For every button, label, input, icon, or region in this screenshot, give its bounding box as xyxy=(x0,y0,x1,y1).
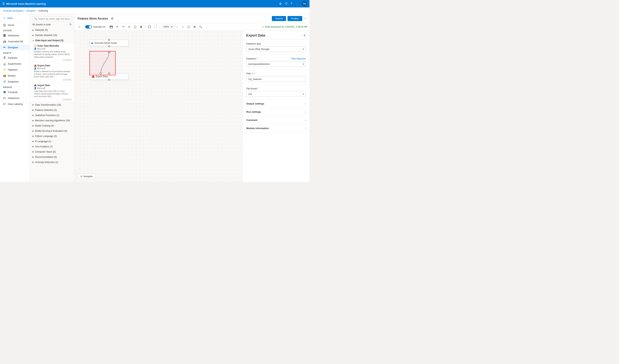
category-text-analytics[interactable]: ▶ Text Analytics (7) xyxy=(30,144,74,149)
category-ml-algorithms[interactable]: ▶ Machine Learning Algorithms (19) xyxy=(30,118,74,123)
sidebar-item-datasets[interactable]: 🗄 Datasets xyxy=(0,55,30,61)
automated-ml-icon: 🤖 xyxy=(3,40,6,43)
hamburger-icon[interactable]: ☰ xyxy=(2,2,5,6)
navigator-button[interactable]: ⊡ Navigator xyxy=(78,174,96,179)
sidebar-item-endpoints[interactable]: 🔗 Endpoints xyxy=(0,79,30,85)
help-icon[interactable]: ? xyxy=(291,2,292,5)
sidebar-item-automated-ml[interactable]: 🤖 Automated ML xyxy=(0,38,30,44)
sidebar-item-compute[interactable]: 💻 Compute xyxy=(0,89,30,95)
asset-import-data[interactable]: 📥 Import Data 👤 Microsoft Load data from… xyxy=(30,82,74,102)
layout-button[interactable]: ⊞ xyxy=(192,24,197,29)
asset-icon: 📤 xyxy=(34,64,37,67)
canvas-panel-row: ▶ Execute Python Script 📤 Export Data xyxy=(75,30,310,182)
sidebar-item-data-labeling[interactable]: 🏷 Data Labeling xyxy=(0,101,30,107)
category-model-scoring[interactable]: ▶ Model Scoring & Evaluation (6) xyxy=(30,128,74,134)
selection-box xyxy=(89,51,116,75)
user-icon[interactable]: 👤 xyxy=(295,2,299,6)
zoom-out-button[interactable]: − xyxy=(174,24,179,29)
publish-button[interactable]: Publish xyxy=(287,16,302,21)
asset-enter-data[interactable]: 📋 Enter Data Manually 👤 Microsoft Enable… xyxy=(30,43,74,63)
category-computer-vision[interactable]: ▶ Computer Vision (6) xyxy=(30,149,74,154)
datastore-select-wrap[interactable]: workspaceblobstore ▾ xyxy=(246,61,306,67)
chevron-right-icon: ▶ xyxy=(32,34,34,36)
datastore-select[interactable]: workspaceblobstore xyxy=(246,61,306,67)
path-input[interactable] xyxy=(246,76,306,82)
sidebar-item-experiments[interactable]: 🔬 Experiments xyxy=(0,61,30,67)
breadcrumb-workspace[interactable]: ml-studio-workspace xyxy=(3,10,24,12)
delete-button[interactable]: 🗑 xyxy=(139,24,144,29)
chevron-right-icon: ▶ xyxy=(32,125,34,127)
copy-button[interactable]: ⎘ xyxy=(127,24,132,29)
category-feature-selection[interactable]: ▶ Feature Selection (2) xyxy=(30,108,74,113)
category-python-language[interactable]: ▶ Python Language (2) xyxy=(30,134,74,139)
chevron-right-icon: ▶ xyxy=(32,156,34,158)
category-r-language[interactable]: ▶ R Language (1) xyxy=(30,139,74,144)
chevron-right-icon: ▶ xyxy=(32,104,34,106)
category-model-training[interactable]: ▶ Model Training (4) xyxy=(30,123,74,128)
file-format-select-wrap[interactable]: csv ▾ xyxy=(246,91,306,97)
comment-section[interactable]: Comment › xyxy=(243,116,310,124)
category-data-input-output[interactable]: ▼ Data Input and Output (3) xyxy=(30,38,74,43)
run-settings-section[interactable]: Run settings › xyxy=(243,108,310,116)
sidebar-item-notebooks[interactable]: 📓 Notebooks xyxy=(0,32,30,38)
redo-button[interactable]: ↷ xyxy=(121,24,126,29)
node-port-top[interactable] xyxy=(108,39,110,41)
datastore-type-select-wrap[interactable]: Azure Blob Storage ▾ xyxy=(246,46,306,52)
sidebar-item-designer[interactable]: ✏ Designer xyxy=(0,44,30,50)
new-datastore-link[interactable]: New datastore xyxy=(291,57,306,60)
pipeline-node-execute-python[interactable]: ▶ Execute Python Script xyxy=(89,40,129,46)
search-input[interactable] xyxy=(38,17,70,20)
zoom-fit-button[interactable]: ⬜ xyxy=(186,24,191,29)
datastore-type-select[interactable]: Azure Blob Storage xyxy=(246,46,306,52)
assets-section-label: Assets xyxy=(0,50,30,55)
required-star: * xyxy=(257,57,258,60)
assets-search-box[interactable]: 🔍 xyxy=(32,16,72,21)
paste-button[interactable]: 📋 xyxy=(133,24,138,29)
user-avatar[interactable]: SG xyxy=(302,1,307,6)
search-canvas-button[interactable]: 🔍 xyxy=(198,24,203,29)
category-sample-datasets[interactable]: ▶ Sample datasets (16) xyxy=(30,33,74,38)
category-recommendation[interactable]: ▶ Recommendation (5) xyxy=(30,154,74,160)
sidebar-item-models[interactable]: 📦 Models xyxy=(0,73,30,79)
breadcrumb-designer[interactable]: Designer xyxy=(27,10,35,12)
category-anomaly-detection[interactable]: ▶ Anomaly Detection (2) xyxy=(30,160,74,165)
more-options-icon[interactable]: ··· xyxy=(304,17,307,20)
fit-view-button[interactable]: ⛶ xyxy=(153,24,158,29)
datastore-type-label: Datastore type xyxy=(246,42,306,45)
autosave-switch[interactable] xyxy=(85,25,92,28)
submit-button[interactable]: Submit xyxy=(272,16,286,21)
settings-icon[interactable]: ⚙ xyxy=(279,2,282,6)
save-button[interactable]: 💾 xyxy=(109,24,114,29)
comment-button[interactable]: 💬 xyxy=(147,24,152,29)
autosave-toggle[interactable]: Autosave on xyxy=(85,25,106,28)
file-format-section: File format * csv ▾ xyxy=(243,85,310,100)
sidebar-item-datastores[interactable]: 🗃 Datastores xyxy=(0,95,30,101)
refresh-icon[interactable]: ↻ xyxy=(70,23,72,26)
close-panel-button[interactable]: ✕ xyxy=(303,34,306,37)
topbar-icons: ⚙ 🗨 ? 👤 SG xyxy=(279,1,307,6)
zoom-selector[interactable]: 100% 75% 50% 125% xyxy=(161,25,173,29)
chevron-right-icon: › xyxy=(305,102,306,105)
right-panel-header: Export Data ✕ xyxy=(243,30,310,40)
plus-icon: ＋ xyxy=(3,16,6,20)
category-datasets[interactable]: ▶ Datasets (0) xyxy=(30,27,74,33)
settings-icon[interactable]: ⚙ xyxy=(111,17,113,20)
file-format-select[interactable]: csv xyxy=(246,91,306,97)
chevron-right-icon: ▶ xyxy=(32,146,34,148)
sidebar-item-pipelines[interactable]: ⚡ Pipelines xyxy=(0,67,30,73)
new-button[interactable]: ＋ New xyxy=(0,14,30,22)
notifications-icon[interactable]: 🗨 xyxy=(285,2,288,5)
sidebar-item-home[interactable]: 🏠 Home xyxy=(0,22,30,28)
node-port-bottom[interactable] xyxy=(108,45,110,47)
zoom-in-button[interactable]: + xyxy=(180,24,185,29)
select-tool-button[interactable]: ⊹ xyxy=(77,24,82,29)
undo-button[interactable]: ↶ xyxy=(115,24,120,29)
node-port-bottom[interactable] xyxy=(108,79,110,81)
category-data-transformation[interactable]: ▶ Data Transformation (19) xyxy=(30,102,74,108)
output-settings-section[interactable]: Output settings › xyxy=(243,100,310,108)
category-statistical-functions[interactable]: ▶ Statistical Functions (1) xyxy=(30,113,74,118)
asset-export-data[interactable]: 📤 Export Data 👤 Microsoft Writes a datas… xyxy=(30,63,74,82)
datastore-type-section: Datastore type Azure Blob Storage ▾ xyxy=(243,40,310,55)
module-info-section[interactable]: Module information › xyxy=(243,124,310,133)
canvas-drawing-area[interactable]: ▶ Execute Python Script 📤 Export Data xyxy=(75,30,242,182)
